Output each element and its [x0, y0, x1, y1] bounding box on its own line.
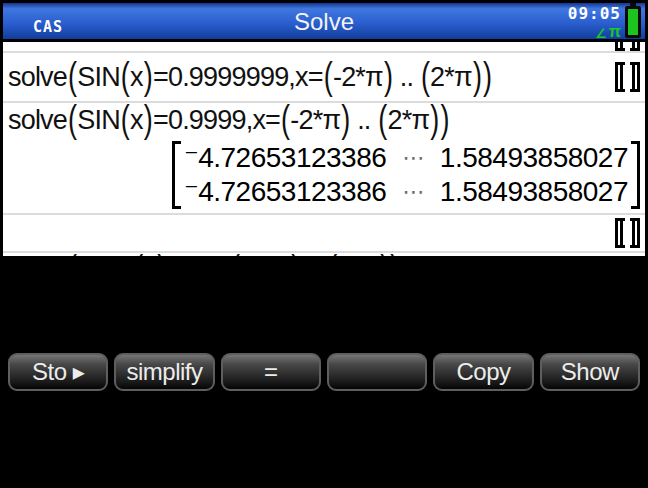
- softkey-simplify-button[interactable]: simplify: [114, 353, 214, 391]
- softkey-show-button[interactable]: Show: [540, 353, 640, 391]
- softkey-copy-button[interactable]: Copy: [433, 353, 533, 391]
- softkey-blank-button[interactable]: [327, 353, 427, 391]
- status-cluster: 09:05 ∠ π: [568, 3, 641, 39]
- history-entry[interactable]: solve(SIN(x)=0.9999,x=(-2*π) .. (2*π)) ⁻…: [3, 103, 645, 213]
- softkey-bar: Sto ▸ simplify = Copy Show: [3, 256, 645, 485]
- cas-history: solve(SIN(x)=0.9999999,x=(-2*π) .. (2*π)…: [3, 42, 645, 256]
- matrix-bracket-left: [172, 141, 181, 209]
- entry-result-matrix[interactable]: ⁻4.72653123386 ⋯ 1.58493858027 ⁻4.726531…: [172, 141, 640, 209]
- matrix-bracket-right: [631, 141, 640, 209]
- matrix-row: ⁻4.72653123386 ⋯ 1.58493858027: [184, 141, 628, 175]
- ellipsis: ⋯: [402, 141, 424, 175]
- angle-mode-icon: ∠: [595, 26, 607, 41]
- page-title: Solve: [3, 8, 645, 36]
- clock: 09:05: [568, 4, 621, 23]
- radians-icon: π: [609, 23, 621, 41]
- entry-input[interactable]: solve(SIN(x)=0.9999,x=(-2*π) .. (2*π)): [8, 105, 640, 136]
- calculator-screen: CAS Solve 09:05 ∠ π solve(SIN(x)=0.99999…: [0, 0, 648, 488]
- ellipsis: ⋯: [402, 175, 424, 209]
- history-entry[interactable]: [3, 215, 645, 251]
- softkey-sto-button[interactable]: Sto ▸: [8, 353, 108, 391]
- matrix-row: ⁻4.72653123386 ⋯ 1.58493858027: [184, 175, 628, 209]
- history-entry[interactable]: solve(SIN(x)=0.9999999,x=(-2*π) .. (2*π)…: [3, 53, 645, 101]
- empty-matrix-icon[interactable]: [615, 62, 640, 92]
- empty-matrix-icon[interactable]: [615, 218, 640, 248]
- battery-icon: [625, 6, 641, 38]
- title-bar: CAS Solve 09:05 ∠ π: [3, 3, 645, 42]
- history-entry-partial[interactable]: [3, 42, 645, 51]
- softkey-equals-button[interactable]: =: [221, 353, 321, 391]
- entry-input[interactable]: solve(SIN(x)=0.9999999,x=(-2*π) .. (2*π)…: [8, 62, 492, 93]
- empty-matrix-icon: [615, 42, 640, 51]
